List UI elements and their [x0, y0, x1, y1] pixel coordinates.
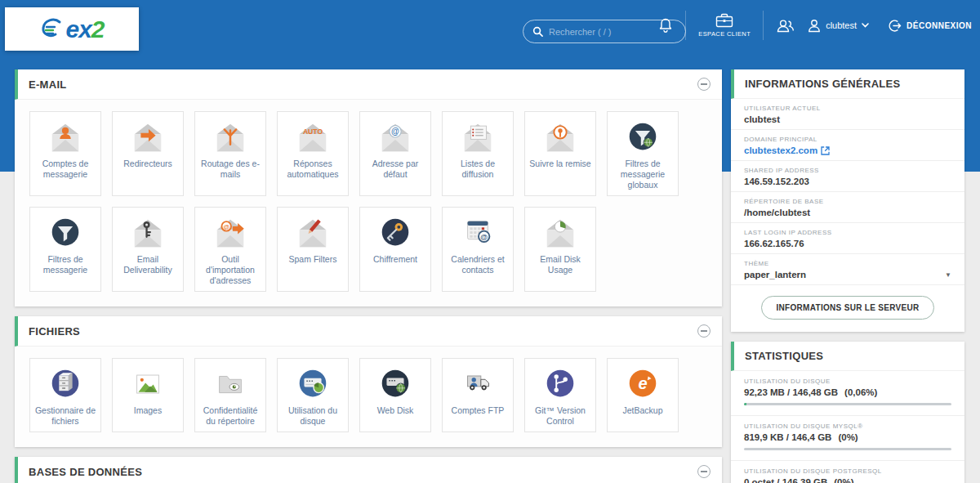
tile-label: JetBackup [620, 404, 665, 421]
info-value: 146.59.152.203 [744, 177, 951, 186]
tile-label: Filtres de messagerie [30, 253, 100, 280]
info-row-theme: THÈME paper_lantern ▼ [731, 254, 964, 285]
svg-text:@: @ [391, 127, 399, 136]
tile-jetbackup[interactable]: e JetBackup [607, 358, 679, 432]
info-label: UTILISATEUR ACTUEL [744, 105, 951, 112]
search-icon [532, 26, 543, 37]
tile-email-routing[interactable]: Routage des e-mails [194, 111, 266, 196]
tile-default-address[interactable]: @ Adresse par défaut [359, 111, 431, 196]
stat-label: UTILISATION DU DISQUE MYSQL® [744, 423, 951, 430]
info-label: THÈME [744, 260, 951, 267]
tile-web-disk[interactable]: Web Disk [359, 358, 431, 432]
tile-calendars-contacts[interactable]: @ Calendriers et contacts [442, 207, 514, 292]
tile-email-accounts[interactable]: Comptes de messagerie [29, 111, 101, 196]
server-pie-icon [294, 366, 332, 404]
envelope-pie-icon [541, 215, 579, 253]
truck-icon [459, 366, 497, 404]
logo-swoosh-icon [39, 16, 64, 43]
stat-disk-usage: UTILISATION DU DISQUE 92,23 MB / 146,48 … [731, 371, 964, 416]
tile-label: Email Deliverability [113, 253, 183, 280]
svg-text:@: @ [223, 223, 229, 230]
stat-percent: (0%) [838, 432, 858, 442]
espace-client-button[interactable]: ESPACE CLIENT [698, 13, 751, 38]
key-circle-icon [376, 215, 414, 253]
section-email: E-MAIL Comptes de messagerie Redirecteur… [15, 69, 722, 306]
main-domain-link[interactable]: clubtestex2.com [744, 145, 830, 155]
panel-statistiques: STATISTIQUES UTILISATION DU DISQUE 92,23… [731, 342, 964, 483]
panel-title: INFORMATIONS GÉNÉRALES [745, 78, 901, 90]
tile-email-deliverability[interactable]: Email Deliverability [112, 207, 184, 292]
section-fichiers-body: Gestionnaire de fichiers Images Confiden… [15, 347, 722, 447]
tile-address-importer[interactable]: @ Outil d'importation d'adresses [194, 207, 266, 292]
info-label: SHARED IP ADDRESS [744, 167, 951, 174]
envelope-list-icon [459, 119, 497, 157]
tile-mailing-lists[interactable]: Listes de diffusion [442, 111, 514, 196]
theme-select[interactable]: paper_lantern ▼ [744, 270, 951, 280]
search-input[interactable] [549, 27, 671, 37]
section-title: E-MAIL [29, 78, 67, 91]
external-link-icon [821, 146, 830, 155]
tile-track-delivery[interactable]: Suivre la remise [524, 111, 596, 196]
tile-encryption[interactable]: Chiffrement [359, 207, 431, 292]
collapse-icon[interactable] [697, 465, 710, 478]
info-row-main-domain: DOMAINE PRINCIPAL clubtestex2.com [731, 130, 964, 161]
tile-file-manager[interactable]: Gestionnaire de fichiers [29, 358, 101, 432]
tile-label: Calendriers et contacts [443, 253, 513, 280]
espace-client-label: ESPACE CLIENT [698, 30, 751, 38]
server-information-button[interactable]: INFORMATIONS SUR LE SERVEUR [761, 296, 935, 320]
tile-label: Redirecteurs [121, 157, 175, 174]
section-email-body: Comptes de messagerie Redirecteurs Routa… [15, 100, 722, 306]
section-title: FICHIERS [29, 325, 80, 338]
section-fichiers: FICHIERS Gestionnaire de fichiers [15, 316, 722, 447]
users-icon[interactable] [776, 19, 795, 33]
tile-label: Images [131, 404, 164, 421]
envelope-at-icon: @ [376, 119, 414, 157]
collapse-icon[interactable] [697, 78, 710, 91]
envelope-user-icon [47, 119, 84, 157]
tile-images[interactable]: Images [112, 358, 184, 432]
username: clubtest [826, 20, 857, 30]
tile-git-version-control[interactable]: Git™ Version Control [524, 358, 596, 432]
info-label: LAST LOGIN IP ADDRESS [744, 229, 951, 236]
collapse-icon[interactable] [697, 324, 710, 338]
section-bases-header: BASES DE DONNÉES [15, 457, 722, 483]
envelope-pin-icon [541, 119, 579, 157]
logo[interactable]: ex2 [5, 7, 139, 51]
tile-spam-filters[interactable]: Spam Filters [277, 207, 349, 292]
separator [685, 11, 686, 40]
tile-email-filters[interactable]: Filtres de messagerie [29, 207, 101, 292]
logout-button[interactable]: DÉCONNEXION [888, 19, 972, 33]
logo-text: ex2 [65, 16, 104, 43]
section-email-header: E-MAIL [15, 69, 722, 100]
sidebar: INFORMATIONS GÉNÉRALES UTILISATEUR ACTUE… [731, 69, 964, 483]
tile-label: Réponses automatiques [278, 157, 348, 185]
logout-label: DÉCONNEXION [906, 21, 972, 30]
envelope-auto-icon: AUTO [294, 119, 332, 157]
user-menu[interactable]: clubtest [808, 19, 869, 33]
file-cabinet-icon [47, 366, 84, 404]
tile-label: Listes de diffusion [443, 157, 513, 185]
tile-email-disk-usage[interactable]: Email Disk Usage [524, 207, 596, 292]
stat-value: 819,9 KB / 146,4 GB [744, 432, 831, 442]
progress-bar [744, 448, 951, 450]
bell-icon[interactable] [658, 17, 673, 34]
tile-label: Email Disk Usage [525, 253, 595, 280]
tile-ftp-accounts[interactable]: Comptes FTP [442, 358, 514, 432]
tile-forwarders[interactable]: Redirecteurs [112, 111, 184, 196]
caret-down-icon: ▼ [945, 271, 951, 279]
stat-postgresql-disk-usage: UTILISATION DU DISQUE POSTGRESQL 0 octet… [731, 461, 964, 483]
main-content: E-MAIL Comptes de messagerie Redirecteur… [15, 69, 722, 483]
panel-general-header: INFORMATIONS GÉNÉRALES [731, 69, 964, 99]
tile-label: Comptes de messagerie [30, 157, 100, 185]
progress-bar [744, 403, 951, 405]
tile-autoresponders[interactable]: AUTO Réponses automatiques [277, 111, 349, 196]
tile-global-email-filters[interactable]: Filtres de messagerie globaux [607, 111, 679, 196]
tile-label: Outil d'importation d'adresses [195, 253, 265, 291]
tile-disk-usage[interactable]: Utilisation du disque [277, 358, 349, 432]
svg-text:AUTO: AUTO [303, 127, 323, 136]
svg-text:e: e [638, 374, 647, 392]
panel-stats-header: STATISTIQUES [731, 342, 964, 371]
tile-label: Adresse par défaut [360, 157, 430, 185]
tile-directory-privacy[interactable]: Confidentialité du répertoire [194, 358, 266, 432]
power-icon [888, 19, 902, 33]
